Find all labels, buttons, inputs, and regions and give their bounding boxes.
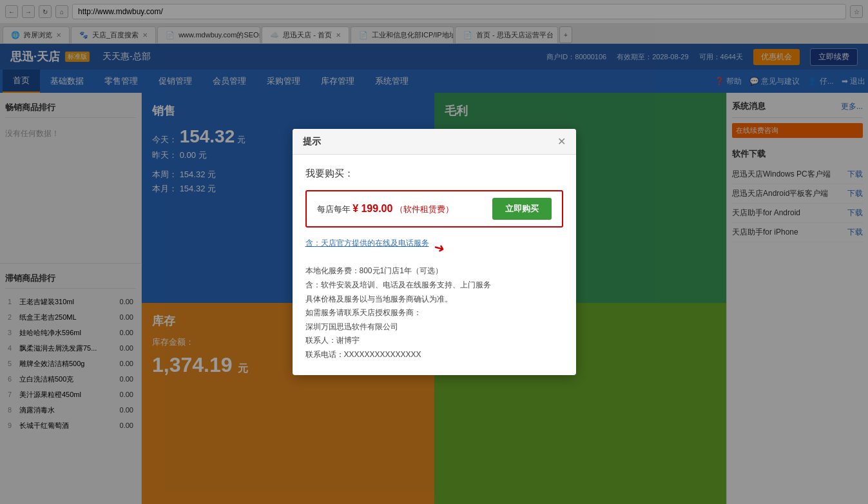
price-box: 每店每年 ¥ 199.00 （软件租赁费） 立即购买 <box>305 190 563 228</box>
buy-label: 我要购买： <box>305 168 563 180</box>
modal-close-button[interactable]: ✕ <box>557 135 566 148</box>
price-note: （软件租赁费） <box>395 204 454 214</box>
modal-dialog: 提示 ✕ 我要购买： 每店每年 ¥ 199.00 （软件租赁费） 立即购买 含：… <box>293 129 576 374</box>
modal-body: 我要购买： 每店每年 ¥ 199.00 （软件租赁费） 立即购买 含：天店官方提… <box>293 155 576 374</box>
includes-text[interactable]: 含：天店官方提供的在线及电话服务 <box>305 238 429 249</box>
red-arrow-icon: ➜ <box>432 238 447 257</box>
per-store-label: 每店每年 ¥ 199.00 （软件租赁费） <box>317 203 454 215</box>
modal-header: 提示 ✕ <box>293 129 576 155</box>
buy-now-button[interactable]: 立即购买 <box>492 198 552 220</box>
modal-overlay[interactable]: 提示 ✕ 我要购买： 每店每年 ¥ 199.00 （软件租赁费） 立即购买 含：… <box>0 0 868 504</box>
modal-title: 提示 <box>303 136 321 148</box>
detail-text: 本地化服务费：800元1门店1年（可选）含：软件安装及培训、电话及在线服务支持、… <box>305 264 563 362</box>
price-amount: ¥ 199.00 <box>352 203 392 214</box>
